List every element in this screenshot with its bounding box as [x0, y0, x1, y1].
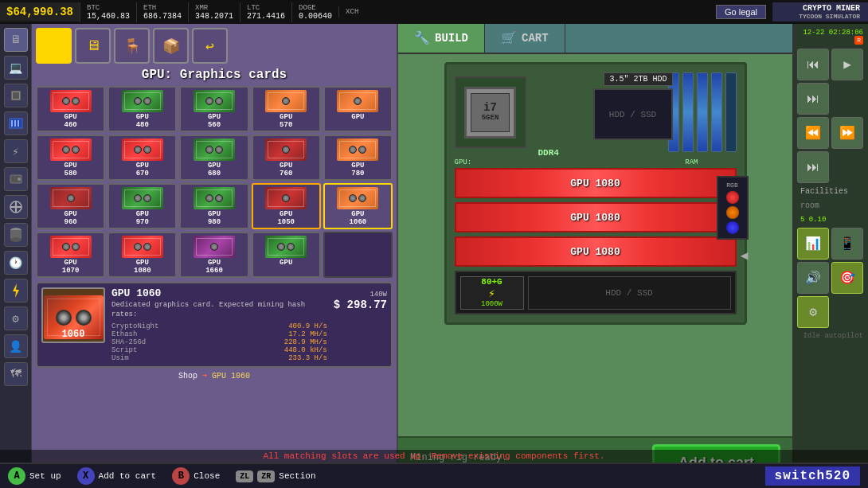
gpu-card-empty [323, 232, 393, 278]
facilities-label: Facilities [797, 185, 865, 197]
media-play[interactable]: ▶ [831, 49, 863, 80]
media-prev[interactable]: ⏮ [797, 49, 829, 80]
clock-display: 12-22 02:28:06 R [797, 27, 865, 46]
hdd-slot-top[interactable]: HDD / SSD [593, 88, 673, 140]
shop-tab-monitor[interactable]: 🖥 [75, 28, 111, 64]
psu-badge[interactable]: 80+G ⚡ 1000W [460, 276, 524, 310]
gpu-card-480[interactable]: GPU 480 [108, 86, 177, 132]
media-extra[interactable]: ⏭ [797, 151, 829, 183]
sidebar-icon-user[interactable]: 👤 [4, 334, 28, 358]
rgb-arrow-button[interactable]: ◀ [741, 248, 749, 264]
rs-icon-sound[interactable]: 🔊 [797, 262, 829, 294]
gpu-grid: GPU 460 GPU 480 GPU 560 GPU 570 GPU [36, 86, 393, 278]
gpu-card-980[interactable]: GPU 980 [179, 183, 248, 229]
value-label: 5 0.10 [797, 214, 865, 225]
btn-x-key: X [77, 467, 95, 485]
gpu-card-1660[interactable]: GPU 1660 [179, 232, 248, 278]
sidebar-icon-storage[interactable] [4, 167, 28, 191]
sidebar-icon-gpu[interactable]: 🖥 [4, 28, 28, 52]
shop-tab-box[interactable]: 📦 [153, 28, 189, 64]
shop-tab-bitcoin[interactable]: ₿ [36, 28, 72, 64]
gpu-detail-name: GPU 1060 [111, 287, 327, 299]
warning-text: All matching slots are used up. Remove e… [0, 450, 868, 463]
gpu-price: $ 298.77 [334, 299, 387, 311]
ram-slot-3[interactable] [697, 72, 708, 152]
tab-cart[interactable]: 🛒 CART [485, 24, 565, 53]
rgb-label: RGB [726, 182, 737, 189]
ram-slot-2[interactable] [682, 72, 694, 152]
sidebar-icon-ram[interactable] [4, 111, 28, 135]
hint-b-label: Close [194, 471, 220, 481]
gpu-card-extra1[interactable]: GPU [252, 232, 321, 278]
tab-build[interactable]: 🔧 BUILD [398, 24, 485, 53]
gpu-card-1070[interactable]: GPU 1070 [36, 232, 105, 278]
motherboard: i7 5GEN 3.5" 2TB HDD HDD / SSD [444, 62, 747, 325]
go-legal-button[interactable]: Go legal [716, 5, 766, 19]
gpu-card-760[interactable]: GPU 760 [252, 135, 321, 181]
sidebar-icon-cylinder[interactable] [4, 223, 28, 247]
gpu-card-570[interactable]: GPU 570 [252, 86, 321, 132]
hash-usim: Usim 233.3 H/s [111, 354, 327, 362]
media-next[interactable]: ⏭ [797, 83, 829, 115]
game-title: CRYPTO MINER TYCOON SIMULATOR [772, 2, 868, 21]
sidebar-icon-cpu[interactable] [4, 84, 28, 107]
btn-zl-key: ZL [236, 470, 253, 482]
sidebar-icon-settings[interactable]: ⚙ [4, 306, 28, 330]
btc-price: BTC 15,460.83 [80, 2, 136, 22]
big-fan-1 [56, 310, 72, 326]
breadcrumb-prefix: Shop [178, 372, 197, 381]
media-fwd[interactable]: ⏩ [831, 117, 863, 149]
bottom-bar: A Set up X Add to cart B Close ZL ZR Sec… [0, 463, 868, 488]
gpu-card-670[interactable]: GPU 670 [108, 135, 177, 181]
sidebar-icon-map[interactable]: 🗺 [4, 362, 28, 386]
media-controls-2: ⏪ ⏩ ⏭ [797, 117, 865, 183]
cart-icon: 🛒 [501, 30, 517, 46]
gpu-card-1060[interactable]: GPU 1060 [323, 183, 393, 229]
gpu-model-label: 1060 [43, 329, 104, 340]
rs-icon-chart[interactable]: 📊 [797, 228, 829, 260]
left-sidebar: 🖥 💻 ⚡ 🕐 ⚙ 👤 🗺 [0, 24, 32, 488]
breadcrumb-item: GPU 1060 [212, 372, 250, 381]
gpu-slot-1[interactable]: GPU 1080 [455, 168, 737, 198]
xmr-price: XMR 348.2071 [188, 2, 240, 22]
rgb-dot-3 [726, 221, 739, 234]
gpu-card-1080[interactable]: GPU 1080 [108, 232, 177, 278]
gpu-card-780[interactable]: GPU 780 [323, 135, 393, 181]
idle-autopilot-label: Idle autopilot [797, 330, 865, 342]
shop-tab-back[interactable]: ↩ [192, 28, 228, 64]
gpu-card-460[interactable]: GPU 460 [36, 86, 105, 132]
ram-board-label: RAM [685, 158, 698, 166]
hash-sha256d: SHA-256d 228.9 MH/s [111, 338, 327, 346]
hint-x: X Add to cart [77, 467, 157, 485]
build-icon: 🔧 [414, 30, 430, 46]
gpu-card-580[interactable]: GPU 580 [36, 135, 105, 181]
build-tabs: 🔧 BUILD 🛒 CART [398, 24, 792, 54]
svg-point-16 [10, 237, 22, 242]
sidebar-icon-monitor[interactable]: 💻 [4, 56, 28, 80]
ram-slot-5[interactable] [725, 72, 737, 152]
gpu-slot-2[interactable]: GPU 1080 [455, 202, 737, 232]
cpu-slot[interactable]: i7 5GEN [455, 76, 526, 148]
sidebar-icon-lightning[interactable] [4, 279, 28, 303]
gpu-card-970[interactable]: GPU 970 [108, 183, 177, 229]
svg-marker-17 [13, 283, 19, 298]
sidebar-icon-clock[interactable]: 🕐 [4, 251, 28, 275]
hint-section-label: Section [279, 471, 315, 481]
gpu-slot-3[interactable]: GPU 1080 [455, 236, 737, 267]
topbar: $64,990.38 BTC 15,460.83 ETH 686.7384 XM… [0, 0, 868, 24]
gpu-card-960[interactable]: GPU 960 [36, 183, 105, 229]
ram-slot-4[interactable] [711, 72, 722, 152]
gpu-card-680[interactable]: GPU 680 [179, 135, 248, 181]
sidebar-icon-power[interactable]: ⚡ [4, 139, 28, 163]
sidebar-icon-fan[interactable] [4, 195, 28, 219]
gpu-card-570b[interactable]: GPU [323, 86, 393, 132]
gpu-card-1050[interactable]: GPU 1050 [252, 183, 321, 229]
rs-icon-phone[interactable]: 📱 [831, 228, 863, 260]
hdd-slot-bottom[interactable]: HDD / SSD [528, 276, 731, 310]
shop-tab-chair[interactable]: 🪑 [114, 28, 150, 64]
gpu-board-label: GPU: [455, 158, 472, 166]
media-prev2[interactable]: ⏪ [797, 117, 829, 149]
rs-icon-target[interactable]: 🎯 [831, 262, 863, 294]
gpu-card-560[interactable]: GPU 560 [179, 86, 248, 132]
rs-icon-gear[interactable]: ⚙ [797, 296, 829, 328]
